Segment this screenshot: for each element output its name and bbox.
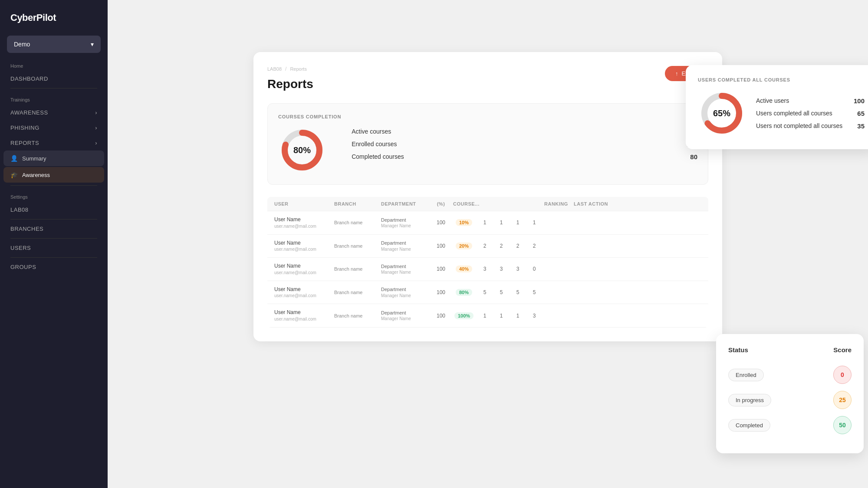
courses-completion-card: COURSES COMPLETION 80% — [267, 103, 708, 185]
table-row: User Nameuser.name@mail.com Branch name … — [267, 304, 708, 328]
sidebar-item-users[interactable]: USERS — [0, 240, 108, 255]
sidebar-sub-awareness[interactable]: 🎓 Awareness — [3, 167, 104, 183]
page-title: Reports — [267, 77, 708, 91]
user-icon: 👤 — [10, 155, 18, 162]
col-header-s3 — [511, 201, 524, 206]
app-logo: CyberPilot — [0, 0, 108, 36]
sidebar-item-dashboard[interactable]: DASHBOARD — [0, 71, 108, 86]
divider-3 — [10, 219, 97, 219]
inprogress-score: 25 — [833, 391, 852, 409]
score-col-header: Score — [833, 346, 852, 354]
divider-1 — [10, 88, 97, 88]
completed-badge: Completed — [728, 419, 770, 432]
breadcrumb-separator: / — [285, 66, 286, 72]
reports-card: LAB08 / Reports Reports ↑ Export COURSES… — [253, 52, 722, 341]
courses-metrics: Active courses 150 Enrolled courses 100 … — [352, 125, 697, 163]
trainings-section-label: Trainings — [0, 90, 108, 105]
completed-score: 50 — [833, 416, 852, 434]
status-enrolled-row: Enrolled 0 — [728, 366, 852, 384]
users-card-title: USERS COMPLETED ALL COURSES — [698, 77, 865, 82]
users-pct-label: 65% — [713, 108, 730, 118]
col-header-user: User — [274, 201, 331, 206]
col-header-action: Last action — [574, 201, 608, 206]
table-row: User Nameuser.name@mail.com Branch name … — [267, 258, 708, 281]
sidebar-item-reports[interactable]: REPORTS › — [0, 135, 108, 151]
sidebar-item-lab08[interactable]: LAB08 — [0, 202, 108, 217]
graduation-icon: 🎓 — [10, 171, 18, 178]
chevron-right-icon: › — [95, 109, 97, 116]
main-wrapper: ⠿ ⚙ K LAB08 / Reports Reports ↑ Export — [108, 0, 868, 488]
divider-2 — [10, 185, 97, 186]
status-score-header: Status Score — [728, 346, 852, 357]
export-icon: ↑ — [675, 70, 678, 77]
demo-label: Demo — [14, 41, 30, 48]
demo-selector[interactable]: Demo ▾ — [7, 36, 101, 53]
chevron-down-icon: ▾ — [91, 41, 94, 48]
table-row: User Nameuser.name@mail.com Branch name … — [267, 211, 708, 235]
sidebar-item-awareness[interactable]: AWARENESS › — [0, 105, 108, 120]
status-inprogress-row: In progress 25 — [728, 391, 852, 409]
status-score-floating-card: Status Score Enrolled 0 In progress 25 C… — [716, 334, 864, 453]
status-col-header: Status — [728, 346, 748, 354]
sidebar-item-groups[interactable]: GROUPS — [0, 259, 108, 275]
chevron-down-icon: › — [95, 140, 97, 146]
sidebar-sub-summary[interactable]: 👤 Summary — [3, 151, 104, 166]
divider-5 — [10, 257, 97, 258]
main-content: LAB08 / Reports Reports ↑ Export COURSES… — [108, 0, 868, 488]
chevron-right-icon: › — [95, 124, 97, 131]
breadcrumb-parent: LAB08 — [267, 66, 282, 72]
courses-pct-label: 80% — [293, 145, 311, 155]
col-header-s2 — [495, 201, 508, 206]
sidebar: CyberPilot Demo ▾ Home DASHBOARD Trainin… — [0, 0, 108, 488]
col-header-course: Course... — [453, 201, 475, 206]
col-header-num: (%) — [432, 201, 450, 206]
metric-users-completed: Users completed all courses 65 — [756, 107, 865, 120]
breadcrumb-current: Reports — [290, 66, 307, 72]
col-header-branch: Branch — [334, 201, 378, 206]
metric-completed-courses: Completed courses 80 — [352, 151, 697, 163]
sidebar-item-branches[interactable]: BRANCHES — [0, 221, 108, 236]
stats-row: COURSES COMPLETION 80% — [267, 103, 708, 185]
metric-users-not-completed: Users not completed all courses 35 — [756, 120, 865, 132]
metric-enrolled-courses: Enrolled courses 100 — [352, 138, 697, 151]
courses-donut: 80% — [278, 126, 326, 174]
courses-card-title: COURSES COMPLETION — [278, 114, 341, 119]
table-header: User Branch Department (%) Course... Ran… — [267, 197, 708, 211]
col-header-s4 — [528, 201, 541, 206]
enrolled-badge: Enrolled — [728, 369, 764, 381]
users-donut: 65% — [698, 89, 746, 137]
divider-4 — [10, 238, 97, 239]
metric-active-users: Active users 100 — [756, 95, 865, 107]
table-row: User Nameuser.name@mail.com Branch name … — [267, 281, 708, 305]
users-completed-floating-card: USERS COMPLETED ALL COURSES 65% Active u… — [686, 65, 868, 149]
col-header-s1 — [478, 201, 491, 206]
status-completed-row: Completed 50 — [728, 416, 852, 434]
metric-active-courses: Active courses 150 — [352, 125, 697, 138]
enrolled-score: 0 — [833, 366, 852, 384]
users-table: User Branch Department (%) Course... Ran… — [267, 197, 708, 328]
sidebar-item-phishing[interactable]: PHISHING › — [0, 120, 108, 135]
col-header-dept: Department — [381, 201, 429, 206]
users-metrics: Active users 100 Users completed all cou… — [756, 95, 865, 132]
col-header-ranking: Ranking — [544, 201, 570, 206]
settings-section-label: Settings — [0, 187, 108, 202]
table-row: User Nameuser.name@mail.com Branch name … — [267, 235, 708, 258]
breadcrumb: LAB08 / Reports — [267, 66, 708, 72]
inprogress-badge: In progress — [728, 394, 771, 406]
home-section-label: Home — [0, 56, 108, 71]
